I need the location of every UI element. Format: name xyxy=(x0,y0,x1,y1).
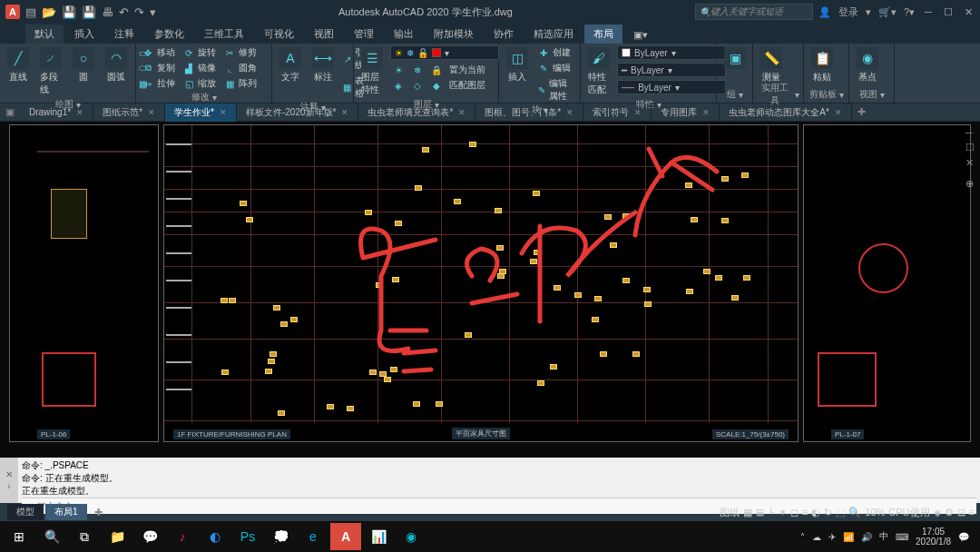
ortho-icon[interactable]: └ xyxy=(768,507,775,518)
save-icon[interactable]: 💾 xyxy=(62,5,76,19)
wechat-icon[interactable]: 💬 xyxy=(134,523,165,550)
redo-icon[interactable]: ↷ xyxy=(134,5,144,19)
layer-icon-5[interactable]: ◇ xyxy=(409,78,426,93)
setcurrent-button[interactable]: 置为当前 xyxy=(447,63,487,77)
add-layout-icon[interactable]: ✚ xyxy=(89,507,108,518)
user-icon[interactable]: 👤 xyxy=(818,6,831,18)
app-logo-icon[interactable]: A xyxy=(5,5,20,19)
layer-icon-2[interactable]: ❄ xyxy=(409,63,426,77)
new-icon[interactable]: ▤ xyxy=(25,5,36,19)
minimize-button[interactable]: ─ xyxy=(922,5,935,18)
layer-icon-4[interactable]: ◈ xyxy=(390,78,407,93)
model-tab[interactable]: 模型 xyxy=(7,504,44,520)
doc-tab[interactable]: 图框、图号、门条*✕ xyxy=(475,104,583,122)
text-button[interactable]: A文字 xyxy=(276,45,305,85)
snap-icon[interactable]: ⊞ xyxy=(756,507,764,518)
fillet-button[interactable]: ◟圆角 xyxy=(221,61,259,75)
viewport-right[interactable]: PL-1-07 xyxy=(803,124,971,442)
maximize-button[interactable]: ☐ xyxy=(942,5,955,18)
chat-icon[interactable]: 💭 xyxy=(265,523,296,550)
settings-icon[interactable]: ⚙ xyxy=(945,507,954,518)
search-icon[interactable]: 🔍 xyxy=(36,523,67,550)
scale-icon[interactable]: 🔍 xyxy=(848,507,861,518)
excel-icon[interactable]: 📊 xyxy=(363,523,394,550)
color-dropdown[interactable]: ByLayer▾ xyxy=(617,45,726,60)
cycle-icon[interactable]: ↻ xyxy=(824,507,832,518)
anno-icon[interactable]: ⬚ xyxy=(836,507,845,518)
dim-button[interactable]: ⟷标注 xyxy=(309,45,338,85)
doc-tab[interactable]: Drawing1*✕ xyxy=(20,104,93,120)
menu-icon[interactable]: ≡ xyxy=(969,507,975,518)
lineweight-dropdown[interactable]: ━ ByLayer▾ xyxy=(617,63,726,77)
viewport-left[interactable]: PL-1-06 xyxy=(9,124,159,442)
notifications-icon[interactable]: 💬 xyxy=(958,532,969,542)
photoshop-icon[interactable]: Ps xyxy=(232,523,263,550)
create-button[interactable]: ✚创建 xyxy=(535,45,576,60)
clock-time[interactable]: 17:05 xyxy=(916,527,951,537)
matchlayer-button[interactable]: 匹配图层 xyxy=(447,78,487,93)
tab-addons[interactable]: 附加模块 xyxy=(425,25,483,44)
lwt-icon[interactable]: ≡ xyxy=(802,507,808,518)
array-button[interactable]: ▦阵列 xyxy=(221,76,259,91)
browser-icon[interactable]: ◐ xyxy=(200,523,230,550)
doc-tab[interactable]: 专用图库✕ xyxy=(652,104,720,122)
tab-default[interactable]: 默认 xyxy=(25,25,64,44)
doc-tab[interactable]: 虫虫老师动态图库大全A*✕ xyxy=(720,104,852,122)
cloud-icon[interactable]: ☁ xyxy=(812,532,821,542)
ime-icon[interactable]: 中 xyxy=(879,530,888,543)
explorer-icon[interactable]: 📁 xyxy=(102,523,132,550)
tab-collab[interactable]: 协作 xyxy=(485,25,523,44)
start-tab-icon[interactable]: ▣ xyxy=(0,106,20,118)
rotate-button[interactable]: ⟳旋转 xyxy=(181,45,218,60)
nav-min-icon[interactable]: ─ xyxy=(965,127,975,138)
keyboard-icon[interactable]: ⌨ xyxy=(896,532,908,542)
arc-button[interactable]: ◠圆弧 xyxy=(102,45,131,85)
tab-annotate[interactable]: 注释 xyxy=(105,25,143,44)
tab-expand-icon[interactable]: ▣▾ xyxy=(624,26,657,44)
layer-icon-3[interactable]: 🔒 xyxy=(428,63,445,77)
qat-drop-icon[interactable]: ▾ xyxy=(150,5,156,19)
cmd-handle-icon[interactable]: ✕› xyxy=(0,458,18,503)
tab-insert[interactable]: 插入 xyxy=(65,25,103,44)
taskview-icon[interactable]: ⧉ xyxy=(69,523,100,550)
editattr-button[interactable]: ✎编辑属性 xyxy=(535,76,576,104)
move-button[interactable]: ✥移动 xyxy=(140,45,177,60)
nav-close-icon[interactable]: ✕ xyxy=(965,157,975,169)
layer-dropdown[interactable]: ☀❄🔓▾ xyxy=(390,45,499,60)
autocad-icon[interactable]: A xyxy=(330,523,361,550)
layerprops-button[interactable]: ☰图层特性 xyxy=(358,45,387,98)
polar-icon[interactable]: ✶ xyxy=(779,507,787,518)
doc-tab-active[interactable]: 学生作业*✕ xyxy=(165,104,237,122)
nav-max-icon[interactable]: ☐ xyxy=(965,142,975,153)
app-icon[interactable]: ◉ xyxy=(396,523,426,550)
open-icon[interactable]: 📂 xyxy=(42,5,56,19)
clock-date[interactable]: 2020/1/8 xyxy=(916,537,951,547)
base-button[interactable]: ◉基点 xyxy=(853,45,882,85)
tab-3d[interactable]: 三维工具 xyxy=(195,25,253,44)
login-link[interactable]: 登录 xyxy=(838,5,858,19)
measure-button[interactable]: 📏测量 xyxy=(757,45,786,85)
sound-icon[interactable]: 🔊 xyxy=(861,532,872,542)
tab-featured[interactable]: 精选应用 xyxy=(524,25,583,44)
editblock-button[interactable]: ✎编辑 xyxy=(535,61,576,75)
layout1-tab[interactable]: 布局1 xyxy=(45,504,87,520)
tab-visual[interactable]: 可视化 xyxy=(255,25,303,44)
exchange-icon[interactable]: ▾ xyxy=(866,6,871,18)
tab-manage[interactable]: 管理 xyxy=(345,25,383,44)
grid-icon[interactable]: ▦ xyxy=(743,507,752,518)
stretch-button[interactable]: ⇔拉伸 xyxy=(140,76,177,91)
plot-icon[interactable]: 🖶 xyxy=(102,5,113,19)
doc-tab[interactable]: 样板文件-2020新年版*✕ xyxy=(237,104,358,122)
doc-tab[interactable]: 图纸示范*✕ xyxy=(93,104,165,122)
start-button[interactable]: ⊞ xyxy=(4,523,34,550)
tab-param[interactable]: 参数化 xyxy=(145,25,193,44)
layer-icon-1[interactable]: ☀ xyxy=(390,63,407,77)
doc-tab[interactable]: 索引符号✕ xyxy=(583,104,652,122)
layer-icon-6[interactable]: ◆ xyxy=(428,78,445,93)
paper-label[interactable]: 图纸 xyxy=(720,506,740,519)
saveas-icon[interactable]: 💾 xyxy=(82,5,96,19)
drawing-canvas[interactable]: PL-1-06 平面家具尺寸图 SCALE:1_75/(3±750) 1F FI… xyxy=(0,122,980,458)
help-icon[interactable]: ?▾ xyxy=(904,6,915,18)
viewport-main[interactable]: 平面家具尺寸图 SCALE:1_75/(3±750) 1F FIXTURE/FU… xyxy=(163,124,799,442)
trim-button[interactable]: ✂修剪 xyxy=(221,45,259,60)
